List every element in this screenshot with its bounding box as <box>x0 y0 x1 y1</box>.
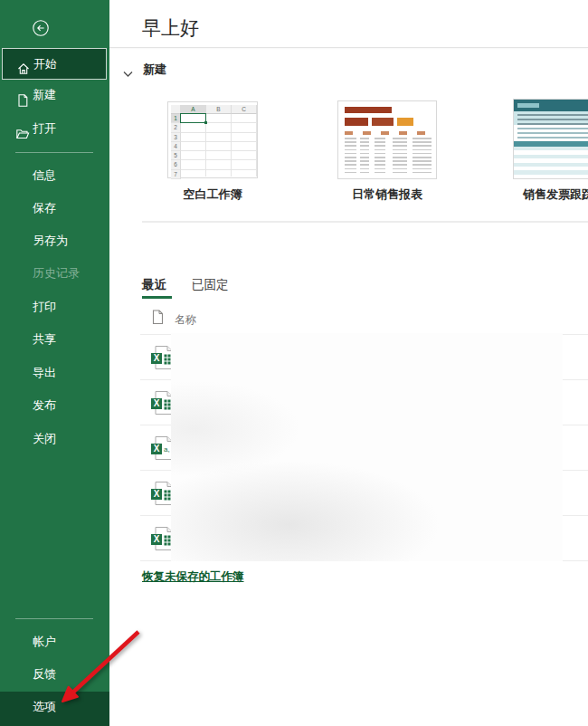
header-divider <box>109 47 588 48</box>
sidebar-item-options[interactable]: 选项 <box>0 692 109 726</box>
tab-recent[interactable]: 最近 <box>142 277 166 293</box>
thumbnail-text-lines <box>517 128 588 139</box>
sidebar-item-saveas[interactable]: 另存为 <box>0 224 109 257</box>
svg-text:X: X <box>154 353 160 363</box>
template-label[interactable]: 空白工作簿 <box>167 186 258 203</box>
thumbnail-tab <box>345 118 368 126</box>
sidebar-item-label: 保存 <box>33 201 56 215</box>
svg-text:X: X <box>154 444 160 454</box>
sidebar-item-label: 信息 <box>33 168 56 182</box>
section-divider <box>142 221 588 223</box>
sidebar-item-label: 导出 <box>33 366 56 379</box>
sidebar-item-label: 选项 <box>33 700 56 713</box>
sidebar-item-export[interactable]: 导出 <box>0 357 109 389</box>
back-circle-arrow-icon <box>33 20 49 36</box>
recover-unsaved-workbooks-link[interactable]: 恢复未保存的工作簿 <box>142 569 244 585</box>
excel-backstage-view: 开始 新建 打开 信息 保存 另存为 历史记录 打印 共享 导出 发布 关闭 帐… <box>0 0 588 726</box>
sidebar-item-open[interactable]: 打开 <box>0 112 109 145</box>
thumbnail-table-column <box>413 138 432 176</box>
sidebar-item-print[interactable]: 打印 <box>0 291 109 323</box>
name-column-header: 名称 <box>175 312 196 328</box>
redacted-filenames-blur <box>171 333 563 561</box>
sidebar-item-close[interactable]: 关闭 <box>0 423 109 455</box>
sheet-gridlines <box>181 114 257 177</box>
thumbnail-header-text <box>517 103 539 108</box>
thumbnail-table-rows <box>514 147 588 178</box>
chevron-down-icon <box>123 65 133 72</box>
thumbnail-tab <box>372 118 394 126</box>
thumbnail-table-column <box>345 138 356 176</box>
column-header: B <box>206 105 232 114</box>
svg-text:X: X <box>154 534 160 544</box>
sidebar-divider <box>15 152 93 153</box>
sidebar: 开始 新建 打开 信息 保存 另存为 历史记录 打印 共享 导出 发布 关闭 帐… <box>0 0 109 726</box>
sidebar-item-history: 历史记录 <box>0 257 109 290</box>
row-header: 3 <box>171 133 181 142</box>
tab-pinned[interactable]: 已固定 <box>192 277 229 293</box>
thumbnail-tab <box>397 118 413 126</box>
svg-text:X: X <box>154 489 160 499</box>
sidebar-item-publish[interactable]: 发布 <box>0 389 109 422</box>
sidebar-item-share[interactable]: 共享 <box>0 323 109 356</box>
sidebar-item-new[interactable]: 新建 <box>0 79 109 111</box>
row-header: 2 <box>171 123 181 132</box>
selected-cell-a1 <box>180 113 206 123</box>
backstage-content: 早上好 新建 A B C 1 2 3 4 5 6 7 <box>109 0 588 726</box>
template-label[interactable]: 销售发票跟踪表 <box>523 186 588 203</box>
greeting-title: 早上好 <box>142 15 199 41</box>
sidebar-item-label: 反馈 <box>33 667 56 681</box>
sidebar-item-label: 另存为 <box>33 234 68 247</box>
sidebar-item-save[interactable]: 保存 <box>0 192 109 224</box>
template-card-daily-sales-report[interactable] <box>337 100 437 179</box>
thumbnail-info-band <box>514 111 588 125</box>
row-header: 7 <box>171 170 181 179</box>
svg-text:a,: a, <box>164 445 170 454</box>
sidebar-item-label: 关闭 <box>33 432 56 445</box>
sidebar-item-label: 打开 <box>33 121 56 135</box>
sidebar-item-info[interactable]: 信息 <box>0 159 109 192</box>
thumbnail-title-bar <box>345 107 392 113</box>
row-header: 4 <box>171 142 181 151</box>
thumbnail-table-column <box>360 138 369 176</box>
sidebar-divider <box>15 618 93 619</box>
back-button[interactable] <box>33 20 49 36</box>
sidebar-item-feedback[interactable]: 反馈 <box>0 658 109 691</box>
row-header: 5 <box>171 151 181 160</box>
sidebar-item-account[interactable]: 帐户 <box>0 626 109 658</box>
sidebar-item-label: 新建 <box>33 88 56 101</box>
sidebar-item-home[interactable]: 开始 <box>2 48 107 80</box>
row-header: 6 <box>171 160 181 169</box>
sheet-row-headers: 1 2 3 4 5 6 7 <box>171 114 181 179</box>
thumbnail-table-column <box>375 138 385 176</box>
new-document-icon <box>15 88 30 102</box>
sidebar-item-label: 历史记录 <box>33 266 80 280</box>
open-folder-icon <box>15 121 30 136</box>
template-card-sales-invoice-tracker[interactable] <box>513 99 588 179</box>
thumbnail-table-column <box>393 138 407 176</box>
thumbnail-table-header <box>345 131 432 135</box>
template-card-blank-workbook[interactable]: A B C 1 2 3 4 5 6 7 <box>167 101 258 178</box>
template-label[interactable]: 日常销售报表 <box>337 186 437 203</box>
thumbnail-header-band <box>514 100 588 111</box>
sidebar-item-label: 开始 <box>33 57 57 71</box>
sidebar-item-label: 发布 <box>33 398 56 412</box>
sidebar-item-label: 帐户 <box>33 635 56 648</box>
document-icon <box>152 310 164 325</box>
active-tab-underline <box>142 296 172 299</box>
column-header: C <box>232 105 257 114</box>
sidebar-item-label: 打印 <box>33 300 56 313</box>
home-icon <box>16 57 31 72</box>
new-section-label: 新建 <box>143 62 166 78</box>
sidebar-item-label: 共享 <box>33 332 56 346</box>
svg-text:X: X <box>154 398 160 408</box>
